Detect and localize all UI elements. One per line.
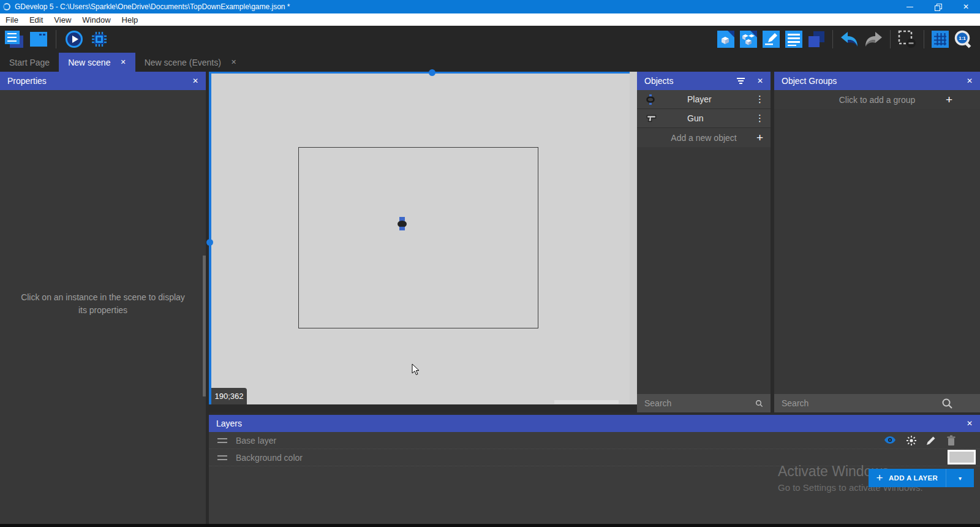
object-menu-icon[interactable]: ⋮: [755, 113, 764, 124]
player-instance[interactable]: [397, 217, 407, 232]
properties-title: Properties: [7, 76, 47, 86]
editor-main: Properties ✕ Click on an instance in the…: [0, 72, 980, 527]
object-groups-search-input[interactable]: [782, 398, 941, 408]
add-group-label: Click to add a group: [839, 95, 916, 105]
filter-icon[interactable]: [737, 78, 745, 84]
close-icon: ✕: [963, 3, 969, 10]
drag-handle-icon[interactable]: [217, 455, 227, 460]
search-icon: [755, 398, 763, 409]
minimize-icon: [907, 7, 913, 7]
toolbar-divider: [924, 30, 924, 48]
menu-view[interactable]: View: [48, 15, 77, 25]
plus-icon: +: [876, 471, 883, 485]
tab-close-icon[interactable]: ✕: [231, 58, 236, 66]
project-manager-icon[interactable]: [5, 31, 23, 48]
mouse-cursor: [412, 363, 420, 376]
add-group-button[interactable]: Click to add a group +: [774, 90, 980, 109]
objects-close-icon[interactable]: ✕: [757, 77, 763, 85]
object-name: Player: [687, 94, 712, 104]
properties-close-icon[interactable]: ✕: [192, 77, 198, 85]
layer-row-base[interactable]: Base layer: [209, 432, 980, 449]
tab-label: Start Page: [9, 58, 50, 67]
game-window-border: [298, 147, 538, 328]
object-groups-header: Object Groups ✕: [774, 72, 980, 90]
object-name: Gun: [687, 113, 703, 123]
object-groups-close-icon[interactable]: ✕: [967, 77, 973, 85]
layers-panel-icon[interactable]: [808, 31, 825, 48]
scene-canvas[interactable]: 190;362: [209, 72, 630, 404]
background-color-swatch[interactable]: [948, 450, 976, 464]
toolbar-divider: [832, 30, 833, 48]
menu-file[interactable]: File: [0, 15, 24, 25]
tab-close-icon[interactable]: ✕: [120, 58, 126, 66]
object-groups-search: [774, 394, 980, 412]
tab-new-scene[interactable]: New scene ✕: [59, 53, 135, 72]
instance-properties-icon[interactable]: [763, 31, 780, 48]
canvas-vertical-scrollbar[interactable]: [630, 72, 637, 404]
plus-icon: +: [756, 131, 763, 145]
properties-scrollbar[interactable]: [203, 256, 206, 396]
objects-header: Objects ✕: [637, 72, 771, 90]
toggle-grid-icon[interactable]: [932, 31, 949, 48]
tab-new-scene-events[interactable]: New scene (Events) ✕: [135, 53, 246, 72]
layers-panel: Layers ✕ Base layer: [209, 412, 980, 527]
layer-name: Base layer: [236, 436, 276, 445]
properties-panel: Properties ✕ Click on an instance in the…: [0, 72, 206, 524]
menu-edit[interactable]: Edit: [24, 15, 48, 25]
objects-search-input[interactable]: [644, 398, 755, 408]
redo-icon[interactable]: [864, 31, 883, 47]
layer-effects-icon[interactable]: [906, 435, 917, 446]
layer-visibility-icon[interactable]: [884, 435, 896, 445]
add-layer-button[interactable]: + ADD A LAYER ▾: [869, 469, 974, 487]
tab-label: New scene (Events): [145, 58, 221, 67]
toolbar-divider: [56, 30, 56, 48]
undo-icon[interactable]: [840, 31, 859, 47]
titlebar: GDevelop 5 - C:\Users\Sparkle\OneDrive\D…: [0, 0, 980, 13]
toolbar: 1:1: [0, 26, 980, 53]
layer-delete-icon[interactable]: [946, 435, 956, 446]
object-menu-icon[interactable]: ⋮: [755, 94, 764, 105]
minimize-button[interactable]: [895, 0, 924, 13]
zoom-1-1-icon[interactable]: 1:1: [954, 30, 973, 48]
plus-icon: +: [946, 93, 952, 107]
open-scene-icon[interactable]: [30, 32, 47, 47]
menubar: File Edit View Window Help: [0, 13, 980, 26]
object-row-player[interactable]: Player ⋮: [637, 90, 771, 109]
layers-close-icon[interactable]: ✕: [967, 419, 973, 428]
window-title: GDevelop 5 - C:\Users\Sparkle\OneDrive\D…: [15, 2, 290, 11]
tab-label: New scene: [68, 58, 110, 67]
gun-thumbnail-icon: [646, 115, 657, 123]
menu-window[interactable]: Window: [77, 15, 116, 25]
menu-help[interactable]: Help: [116, 15, 144, 25]
restore-button[interactable]: [924, 0, 952, 13]
close-button[interactable]: ✕: [952, 0, 980, 13]
object-groups-title: Object Groups: [782, 76, 837, 86]
object-row-gun[interactable]: Gun ⋮: [637, 109, 771, 128]
properties-header: Properties ✕: [0, 72, 206, 90]
player-thumbnail-icon: [646, 94, 655, 105]
cursor-coordinates-badge: 190;362: [211, 388, 247, 404]
add-object-button[interactable]: Add a new object +: [637, 128, 771, 147]
gdevelop-window: GDevelop 5 - C:\Users\Sparkle\OneDrive\D…: [0, 0, 980, 527]
tab-start-page[interactable]: Start Page: [0, 53, 59, 72]
layers-title: Layers: [216, 419, 242, 428]
restore-icon: [935, 4, 941, 10]
search-icon: [941, 398, 953, 409]
instances-list-icon[interactable]: [785, 31, 802, 48]
properties-empty-message: Click on an instance in the scene to dis…: [17, 291, 189, 317]
resize-handle-top[interactable]: [429, 69, 435, 76]
start-preview-icon[interactable]: [65, 30, 83, 48]
layer-edit-icon[interactable]: [925, 435, 937, 446]
debug-icon[interactable]: [90, 30, 108, 48]
add-layer-dropdown[interactable]: ▾: [946, 469, 974, 487]
object-groups-panel: Object Groups ✕ Click to add a group +: [774, 72, 980, 412]
object-groups-panel-icon[interactable]: [740, 31, 757, 48]
tabbar: Start Page New scene ✕ New scene (Events…: [0, 53, 980, 72]
objects-panel-icon[interactable]: [717, 31, 734, 48]
canvas-horizontal-scrollbar[interactable]: [554, 400, 619, 404]
objects-panel: Objects ✕ Player ⋮ Gun ⋮ Add a n: [637, 72, 771, 412]
deselect-all-icon[interactable]: [898, 30, 916, 48]
drag-handle-icon[interactable]: [217, 438, 227, 443]
resize-handle-left[interactable]: [206, 239, 213, 246]
layer-name: Background color: [236, 453, 303, 463]
